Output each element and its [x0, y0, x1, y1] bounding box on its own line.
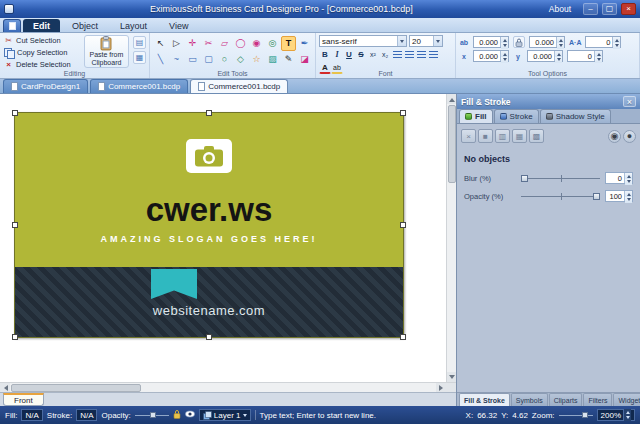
color-swatch-1-button[interactable]: ◉	[608, 130, 621, 143]
paste-special-button[interactable]: ▤	[133, 36, 146, 49]
angle-field[interactable]: 0	[567, 50, 603, 62]
pattern-fill-button[interactable]: ▦	[512, 129, 527, 143]
curve-tool-button[interactable]: ~	[169, 52, 184, 67]
panel-close-button[interactable]: ×	[623, 96, 636, 107]
card-footer-band[interactable]: websitename.com	[15, 267, 403, 337]
outline-width-field[interactable]: 0.000	[473, 36, 509, 48]
x-offset-field[interactable]: 0.000	[473, 50, 509, 62]
panel-tab-widgets[interactable]: Widgets	[613, 393, 640, 406]
doc-tab-1[interactable]: CardProDesign1	[3, 79, 88, 93]
vertical-scrollbar-thumb[interactable]	[448, 105, 456, 183]
spiral-tool-button[interactable]: ◉	[249, 36, 264, 51]
direct-select-tool-button[interactable]: ▷	[169, 36, 184, 51]
move-tool-button[interactable]: ✛	[185, 36, 200, 51]
selection-handle[interactable]	[400, 334, 406, 340]
eraser-tool-button[interactable]: ◪	[297, 52, 312, 67]
panel-tab-symbols[interactable]: Symbols	[511, 393, 548, 406]
bold-button[interactable]: B	[319, 48, 331, 60]
business-card-object[interactable]: cwer.ws AMAZING SLOGAN GOES HERE! websit…	[14, 112, 404, 338]
vertical-scrollbar[interactable]	[446, 94, 456, 382]
zoom-slider-handle[interactable]	[582, 412, 588, 418]
select-tool-button[interactable]: ↖	[153, 36, 168, 51]
doc-tab-3-active[interactable]: Commerce001.bcdp	[190, 79, 288, 93]
offset-field[interactable]: 0.000	[529, 36, 565, 48]
card-brand-text[interactable]: cwer.ws	[15, 193, 403, 226]
strikethrough-button[interactable]: S	[355, 48, 367, 60]
align-left-button[interactable]	[391, 48, 403, 60]
about-button[interactable]: About	[549, 4, 571, 14]
tab-view[interactable]: View	[159, 19, 198, 32]
lock-icon[interactable]	[173, 409, 181, 421]
target-tool-button[interactable]: ◎	[265, 36, 280, 51]
scroll-down-icon[interactable]	[447, 372, 456, 382]
solid-fill-button[interactable]: ■	[478, 129, 493, 143]
gradient-fill-button[interactable]: ▥	[495, 129, 510, 143]
selection-handle[interactable]	[12, 110, 18, 116]
ellipse-select-tool-button[interactable]: ◯	[233, 36, 248, 51]
text-tool-button[interactable]: T	[281, 36, 296, 51]
paste-from-clipboard-button[interactable]: Paste from Clipboard	[84, 35, 129, 68]
layer-select[interactable]: Layer 1	[199, 409, 251, 421]
doc-tab-2[interactable]: Commerce001.bcdp	[90, 79, 188, 93]
pencil-tool-button[interactable]: ✎	[281, 52, 296, 67]
cut-selection-button[interactable]: ✂ Cut Selection	[3, 35, 80, 46]
selection-handle[interactable]	[12, 222, 18, 228]
opacity-slider-handle[interactable]	[593, 193, 600, 200]
align-justify-button[interactable]	[427, 48, 439, 60]
zoom-slider[interactable]	[559, 411, 593, 420]
superscript-button[interactable]: x²	[367, 48, 379, 60]
zoom-value-field[interactable]: 200%	[597, 409, 635, 421]
underline-button[interactable]: U	[343, 48, 355, 60]
italic-button[interactable]: I	[331, 48, 343, 60]
align-right-button[interactable]	[415, 48, 427, 60]
opacity-slider-handle[interactable]	[150, 412, 156, 418]
oval-tool-button[interactable]: ○	[217, 52, 232, 67]
opacity-value-field[interactable]: 100	[605, 190, 633, 202]
gradient-tool-button[interactable]: ▨	[265, 52, 280, 67]
opacity-panel-slider[interactable]	[521, 192, 600, 201]
selection-handle[interactable]	[400, 222, 406, 228]
blur-slider-handle[interactable]	[521, 175, 528, 182]
rounded-rectangle-tool-button[interactable]: ▢	[201, 52, 216, 67]
shear-tool-button[interactable]: ▱	[217, 36, 232, 51]
tab-fill[interactable]: Fill	[459, 109, 493, 123]
blur-value-field[interactable]: 0	[605, 172, 633, 184]
page-tab-front[interactable]: Front	[3, 393, 44, 406]
line-tool-button[interactable]: ╲	[153, 52, 168, 67]
tab-edit[interactable]: Edit	[23, 19, 60, 32]
tab-layout[interactable]: Layout	[110, 19, 157, 32]
horizontal-scrollbar-thumb[interactable]	[11, 384, 141, 392]
card-slogan-text[interactable]: AMAZING SLOGAN GOES HERE!	[15, 234, 403, 244]
color-swatch-2-button[interactable]: ●	[623, 130, 636, 143]
copy-selection-button[interactable]: Copy Selection	[3, 47, 80, 58]
scissors-tool-button[interactable]: ✂	[201, 36, 216, 51]
scroll-up-icon[interactable]	[447, 94, 456, 104]
tab-shadow-style[interactable]: Shadow Style	[540, 109, 611, 123]
font-size-select[interactable]: 20	[409, 35, 443, 47]
rectangle-tool-button[interactable]: ▭	[185, 52, 200, 67]
close-button[interactable]: ×	[621, 3, 636, 15]
tracking-field[interactable]: 0	[585, 36, 621, 48]
align-center-button[interactable]	[403, 48, 415, 60]
no-fill-button[interactable]: ×	[461, 129, 476, 143]
selection-handle[interactable]	[12, 334, 18, 340]
camera-logo[interactable]	[186, 139, 232, 173]
font-family-select[interactable]: sans-serif	[319, 35, 407, 47]
delete-selection-button[interactable]: × Delete Selection	[3, 59, 80, 70]
design-canvas[interactable]: cwer.ws AMAZING SLOGAN GOES HERE! websit…	[0, 94, 446, 382]
card-website-text[interactable]: websitename.com	[153, 303, 265, 318]
selection-handle[interactable]	[206, 110, 212, 116]
selection-handle[interactable]	[206, 334, 212, 340]
selection-handle[interactable]	[400, 110, 406, 116]
panel-tab-fill-stroke[interactable]: Fill & Stroke	[459, 393, 510, 406]
blur-slider[interactable]	[521, 174, 600, 183]
scroll-right-icon[interactable]	[436, 383, 446, 392]
eye-icon[interactable]	[185, 410, 195, 420]
minimize-button[interactable]: –	[583, 3, 598, 15]
image-fill-button[interactable]: ▩	[529, 129, 544, 143]
opacity-slider[interactable]	[135, 411, 169, 420]
maximize-button[interactable]: ▢	[602, 3, 617, 15]
pen-tool-button[interactable]: ✒	[297, 36, 312, 51]
y-offset-field[interactable]: 0.000	[527, 50, 563, 62]
panel-tab-filters[interactable]: Filters	[583, 393, 612, 406]
